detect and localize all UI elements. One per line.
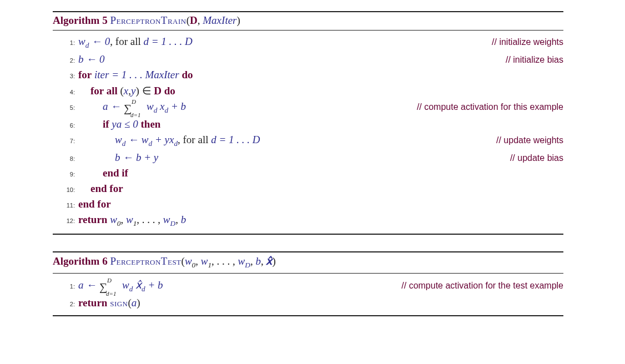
algo5-line-6: 6: if ya ≤ 0 then [53,117,563,132]
line-number: 4: [53,89,78,95]
algo5-line-11: 11: end for [53,196,563,212]
comment: // compute activation for the test examp… [401,281,563,291]
arg-maxiter: MaxIter [203,14,236,26]
algo5-line-12: 12: return w0, w1, . . . , wD, b [53,212,563,230]
algorithm-5-name: PerceptronTrain [110,14,186,26]
algo5-line-3: 3: for iter = 1 . . . MaxIter do [53,67,563,83]
line-number: 2: [53,301,78,307]
line-number: 7: [53,138,78,144]
comment: // initialize bias [506,55,563,65]
line-number: 6: [53,122,78,129]
comment: // update weights [496,135,563,145]
algorithm-word: Algorithm 5 [53,14,108,26]
algo6-line-2: 2: return sign(a) [53,295,563,311]
algorithm-6-body: 1: a ← ∑Dd=1 wd x̂d + b // compute activ… [53,274,563,311]
line-number: 10: [53,186,78,193]
line-number: 1: [53,39,78,46]
line-number: 11: [53,202,78,209]
algo5-line-1: 1: wd ← 0, for all d = 1 . . . D // init… [53,34,563,52]
algo5-line-9: 9: end if [53,165,563,181]
comment: // initialize weights [492,37,563,47]
line-number: 5: [53,104,78,111]
comment: // compute activation for this example [417,102,563,112]
line-number: 9: [53,171,78,178]
sigma-icon: ∑Dd=1 [99,281,119,294]
algo5-line-8: 8: b ← b + y // update bias [53,150,563,165]
line-number: 8: [53,155,78,162]
algorithm-word: Algorithm 6 [53,255,108,267]
comment: // update bias [510,153,563,163]
algorithm-5-title: Algorithm 5 PerceptronTrain(D, MaxIter) [53,12,563,31]
algo6-line-1: 1: a ← ∑Dd=1 wd x̂d + b // compute activ… [53,277,563,295]
algo5-line-5: 5: a ← ∑Dd=1 wd xd + b // compute activa… [53,99,563,117]
algorithm-6-name: PerceptronTest [110,255,181,267]
algorithm-5-block: Algorithm 5 PerceptronTrain(D, MaxIter) … [53,11,563,235]
args-sep: , [198,14,203,26]
arg-D: D [190,14,198,26]
sigma-icon: ∑Dd=1 [124,102,144,115]
algo5-line-10: 10: end for [53,181,563,196]
args-close: ) [237,14,240,26]
algorithm-5-body: 1: wd ← 0, for all d = 1 . . . D // init… [53,31,563,229]
algo5-line-4: 4: for all (x,y) ∈ D do [53,83,563,99]
line-number: 12: [53,218,78,224]
line-number: 2: [53,57,78,64]
algorithm-6-title: Algorithm 6 PerceptronTest(w0, w1, . . .… [53,252,563,274]
line-number: 1: [53,283,78,290]
algorithm-6-block: Algorithm 6 PerceptronTest(w0, w1, . . .… [53,251,563,316]
algo5-line-7: 7: wd ← wd + yxd, for all d = 1 . . . D … [53,132,563,150]
line-number: 3: [53,73,78,79]
algo5-line-2: 2: b ← 0 // initialize bias [53,52,563,67]
